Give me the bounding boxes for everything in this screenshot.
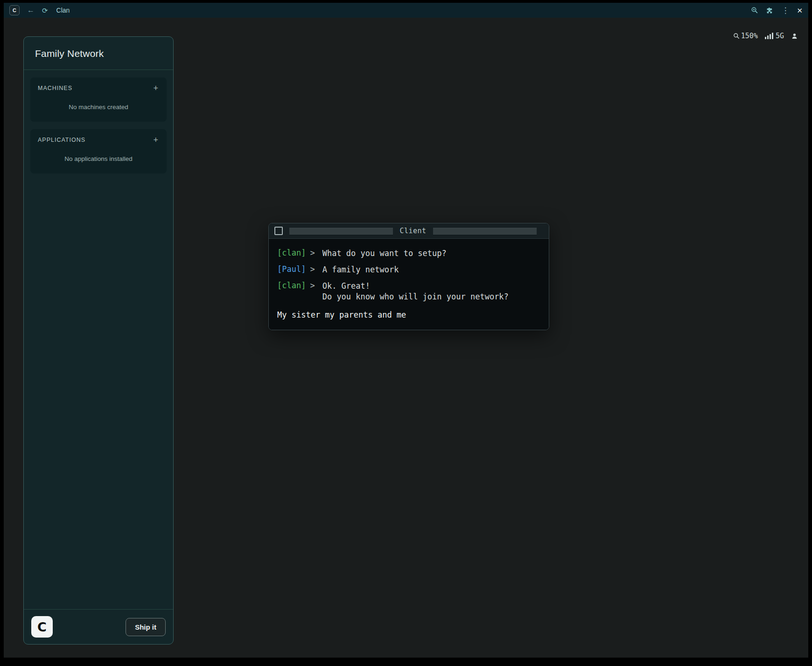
clan-logo-letter: C xyxy=(37,620,47,634)
chat-message: [Paul] > A family network xyxy=(277,264,540,276)
network-indicator: 5G xyxy=(765,32,784,40)
applications-empty-text: No applications installed xyxy=(38,155,159,162)
client-window-titlebar: Client xyxy=(269,223,549,239)
applications-label: APPLICATIONS xyxy=(38,137,85,143)
person-icon xyxy=(791,33,798,40)
message-text: What do you want to setup? xyxy=(322,248,447,259)
prompt-separator: > xyxy=(310,264,315,274)
chat-message: [clan] > Ok. Great! Do you know who will… xyxy=(277,281,540,303)
machines-card: MACHINES + No machines created xyxy=(30,77,167,122)
machines-label: MACHINES xyxy=(38,85,72,91)
message-text: Ok. Great! Do you know who will join you… xyxy=(322,281,509,303)
message-text: A family network xyxy=(322,264,399,276)
speaker-clan: [clan] xyxy=(277,281,306,290)
zoom-in-icon[interactable] xyxy=(751,7,758,14)
page-title: Family Network xyxy=(35,48,162,59)
extensions-icon[interactable] xyxy=(766,7,774,14)
clan-logo: C xyxy=(31,616,53,638)
chat-input-line[interactable]: My sister my parents and me xyxy=(277,310,540,319)
titlebar-left: C ← ⟳ Clan xyxy=(9,5,70,15)
sidebar-header: Family Network xyxy=(24,37,173,70)
titlebar-right: ⋮ ✕ xyxy=(751,7,803,14)
ship-it-button[interactable]: Ship it xyxy=(126,618,166,636)
signal-bars-icon xyxy=(765,33,773,39)
main-content: 150% 5G Family Network MACHINES + No m xyxy=(4,18,808,658)
chat-message: [clan] > What do you want to setup? xyxy=(277,248,540,259)
machines-empty-text: No machines created xyxy=(38,104,159,111)
client-window-body: [clan] > What do you want to setup? [Pau… xyxy=(269,239,549,330)
prompt-separator: > xyxy=(310,281,315,290)
titlebar-ruling-left xyxy=(289,228,393,234)
app-window: C ← ⟳ Clan ⋮ ✕ xyxy=(4,3,808,658)
window-title: Clan xyxy=(56,7,70,14)
titlebar-ruling-right xyxy=(433,228,537,234)
network-label: 5G xyxy=(776,32,784,40)
back-icon[interactable]: ← xyxy=(27,7,35,14)
zoom-level: 150% xyxy=(741,32,758,40)
magnifier-icon xyxy=(733,33,740,39)
add-application-button[interactable]: + xyxy=(152,136,159,144)
window-checkbox[interactable] xyxy=(274,227,283,235)
client-window: Client [clan] > What do you want to setu… xyxy=(268,223,549,330)
menu-kebab-icon[interactable]: ⋮ xyxy=(781,7,789,14)
applications-card: APPLICATIONS + No applications installed xyxy=(30,129,167,173)
reload-icon[interactable]: ⟳ xyxy=(42,7,48,14)
sidebar-footer: C Ship it xyxy=(24,609,173,644)
prompt-separator: > xyxy=(310,248,315,257)
add-machine-button[interactable]: + xyxy=(152,84,159,92)
app-icon-letter: C xyxy=(13,7,16,13)
app-icon[interactable]: C xyxy=(9,5,20,15)
speaker-clan: [clan] xyxy=(277,248,306,257)
speaker-paul: [Paul] xyxy=(277,264,306,274)
close-icon[interactable]: ✕ xyxy=(797,7,803,14)
sidebar: Family Network MACHINES + No machines cr… xyxy=(23,36,174,645)
client-window-title: Client xyxy=(399,227,426,235)
zoom-indicator: 150% xyxy=(733,32,758,40)
status-indicators: 150% 5G xyxy=(733,32,798,40)
titlebar: C ← ⟳ Clan ⋮ ✕ xyxy=(4,3,808,18)
